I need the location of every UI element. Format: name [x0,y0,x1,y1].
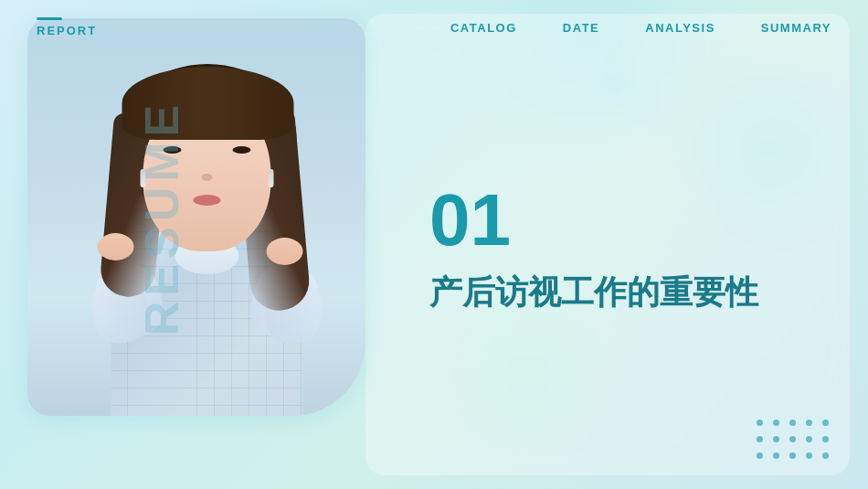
report-logo: REPORT [37,17,97,37]
dot-2 [773,420,779,426]
report-line [37,17,62,20]
section-title: 产后访视工作的重要性 [429,271,822,314]
nav-item-date[interactable]: DATE [563,21,599,35]
header: REPORT CATALOG DATE ANALYSIS SUMMARY [0,0,868,55]
dot-4 [806,420,812,426]
nose [202,174,213,181]
hand-left [98,233,134,260]
dot-6 [757,436,763,442]
earring-right [269,169,274,187]
nav-item-catalog[interactable]: CATALOG [450,21,517,35]
eye-right [233,146,251,154]
dot-10 [822,436,829,442]
hand-right [267,238,303,265]
nav-item-analysis[interactable]: ANALYSIS [645,21,715,35]
dot-12 [773,452,779,459]
section-number: 01 [429,184,822,257]
dot-14 [806,452,812,459]
dot-1 [757,420,763,426]
dot-7 [773,436,779,442]
dot-5 [822,420,829,426]
right-content: 01 产后访视工作的重要性 [393,27,841,471]
dot-pattern [757,420,831,462]
dot-3 [789,420,796,426]
dot-11 [757,452,763,459]
resume-watermark: RESUME [134,99,189,335]
person-portrait [102,59,312,416]
dot-8 [789,436,796,442]
top-navigation: CATALOG DATE ANALYSIS SUMMARY [450,21,831,35]
left-photo-card: RESUME [27,18,365,416]
lips [194,195,221,206]
report-label: REPORT [37,24,97,37]
dot-9 [806,436,812,442]
nav-item-summary[interactable]: SUMMARY [761,21,831,35]
dot-15 [822,452,829,459]
dot-13 [789,452,796,459]
